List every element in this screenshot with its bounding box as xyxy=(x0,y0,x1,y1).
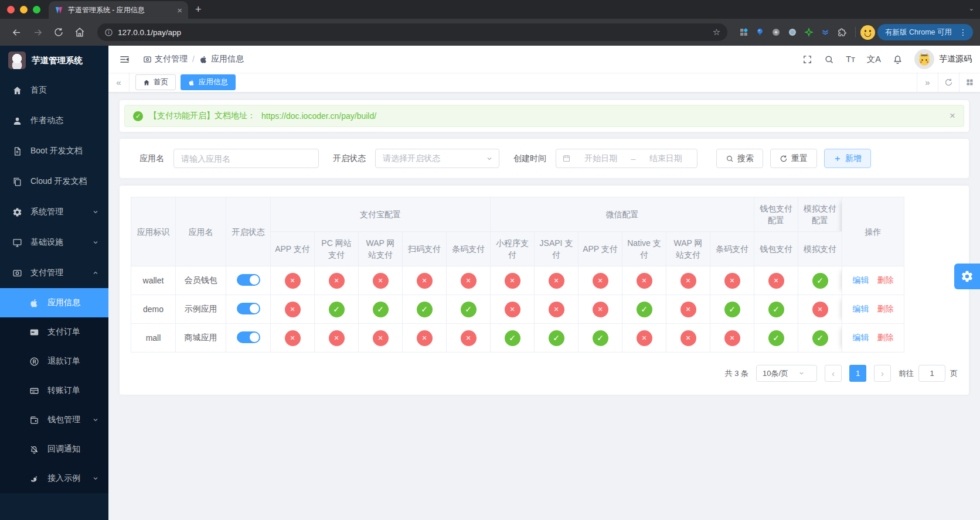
edit-link[interactable]: 编辑 xyxy=(853,304,869,313)
tags-scroll-right-icon[interactable]: » xyxy=(917,73,938,92)
sidebar-item-transfer-order[interactable]: 转账订单 xyxy=(0,376,108,405)
sub-header: 条码支付 xyxy=(447,232,491,266)
forward-icon[interactable] xyxy=(28,23,47,42)
channel-status-icon: ✓ xyxy=(373,302,389,317)
extension-icon-1[interactable] xyxy=(739,28,748,37)
sub-header: APP 支付 xyxy=(579,232,622,266)
breadcrumb-separator: / xyxy=(192,54,195,64)
window-close-button[interactable] xyxy=(7,6,15,13)
reload-icon[interactable] xyxy=(49,23,68,42)
browser-menu-icon[interactable]: ⋮ xyxy=(957,28,969,37)
page-number-1[interactable]: 1 xyxy=(849,365,866,382)
address-bar[interactable]: 127.0.0.1/pay/app ☆ xyxy=(97,23,727,41)
browser-profile-avatar[interactable] xyxy=(860,25,875,40)
notification-bell-icon[interactable] xyxy=(893,54,903,64)
reset-button[interactable]: 重置 xyxy=(770,149,817,168)
goto-suffix: 页 xyxy=(950,368,958,379)
site-info-icon[interactable] xyxy=(104,28,113,37)
tags-layout-grid-icon[interactable] xyxy=(959,73,980,92)
new-tab-button[interactable]: + xyxy=(195,4,202,16)
sidebar-item-pay-order[interactable]: 支付订单 xyxy=(0,317,108,347)
fullscreen-icon[interactable] xyxy=(802,54,812,64)
window-zoom-button[interactable] xyxy=(33,6,40,13)
delete-link[interactable]: 删除 xyxy=(877,333,894,342)
extension-icon-4[interactable] xyxy=(788,28,797,37)
search-button[interactable]: 搜索 xyxy=(716,149,763,168)
sidebar-item-infra[interactable]: 基础设施 xyxy=(0,227,108,258)
delete-link[interactable]: 删除 xyxy=(877,275,894,285)
sidebar-item-app-info[interactable]: 应用信息 xyxy=(0,288,108,317)
sub-header: WAP 网站支付 xyxy=(359,232,403,266)
tag-home[interactable]: 首页 xyxy=(135,74,176,90)
extension-icon-2[interactable] xyxy=(756,28,764,37)
url-text[interactable]: 127.0.0.1/pay/app xyxy=(118,28,708,37)
extension-icon-6[interactable] xyxy=(821,28,830,37)
search-icon xyxy=(726,155,734,163)
app-table: 应用标识 应用名 开启状态 支付宝配置 微信配置 钱包支付配置 模拟支付配置 操… xyxy=(131,197,904,353)
tab-search-icon[interactable]: ⌄ xyxy=(969,5,974,12)
date-range-picker[interactable]: 开始日期 – 结束日期 xyxy=(556,149,697,168)
channel-status-icon: ✓ xyxy=(329,302,345,317)
locale-icon[interactable]: 文A xyxy=(867,54,881,65)
tab-close-icon[interactable]: × xyxy=(177,6,182,15)
sidebar-item-author[interactable]: 作者动态 xyxy=(0,105,108,136)
app-logo[interactable]: 芋道管理系统 xyxy=(0,46,108,75)
create-button[interactable]: 新增 xyxy=(824,149,871,168)
channel-status-icon: × xyxy=(285,302,301,317)
goto-page-input[interactable] xyxy=(918,365,945,382)
extension-icon-5[interactable] xyxy=(804,28,814,37)
app-id-cell: mall xyxy=(131,324,176,353)
breadcrumb: 支付管理 / 应用信息 xyxy=(143,54,244,64)
browser-tab[interactable]: 芋道管理系统 - 应用信息 × xyxy=(49,1,188,19)
user-menu[interactable]: 芋道源码 xyxy=(914,49,972,69)
tag-app-info[interactable]: 应用信息 xyxy=(181,74,236,90)
sidebar-item-refund-order[interactable]: 退款订单 xyxy=(0,347,108,376)
theme-settings-button[interactable] xyxy=(954,264,980,289)
extensions-puzzle-icon[interactable] xyxy=(837,28,847,37)
delete-link[interactable]: 删除 xyxy=(877,304,894,313)
enabled-toggle[interactable] xyxy=(237,331,260,343)
back-icon[interactable] xyxy=(7,23,26,42)
sub-header: JSAPI 支付 xyxy=(535,232,579,266)
tags-refresh-icon[interactable] xyxy=(938,73,959,92)
prev-page-button[interactable]: ‹ xyxy=(825,365,842,382)
window-minimize-button[interactable] xyxy=(20,6,28,13)
chrome-update-button[interactable]: 有新版 Chrome 可用 ⋮ xyxy=(877,24,973,40)
page-size-select[interactable]: 10条/页 xyxy=(756,365,817,382)
extension-icon-3[interactable] xyxy=(771,28,781,37)
pagination: 共 3 条 10条/页 ‹ 1 › 前往 页 xyxy=(131,365,958,382)
font-size-icon[interactable]: Tᴛ xyxy=(846,54,855,64)
breadcrumb-pay[interactable]: 支付管理 xyxy=(143,54,188,64)
chevron-down-icon xyxy=(92,239,99,246)
channel-status-icon: ✓ xyxy=(637,302,652,317)
sidebar-item-boot-docs[interactable]: Boot 开发文档 xyxy=(0,136,108,166)
status-label: 开启状态 xyxy=(333,153,366,164)
sidebar-item-demo[interactable]: 接入示例 xyxy=(0,464,108,493)
table-row: mall 商城应用 × × × × × ✓ ✓ ✓ × × xyxy=(131,324,904,353)
sidebar-item-cloud-docs[interactable]: Cloud 开发文档 xyxy=(0,166,108,197)
home-icon[interactable] xyxy=(70,23,89,42)
collapse-menu-icon[interactable] xyxy=(117,54,132,65)
enabled-toggle[interactable] xyxy=(237,274,260,286)
next-page-button[interactable]: › xyxy=(874,365,891,382)
app-name-input[interactable] xyxy=(173,149,319,168)
enabled-toggle[interactable] xyxy=(237,303,260,314)
sidebar-item-callback[interactable]: 回调通知 xyxy=(0,435,108,464)
chevron-down-icon xyxy=(92,208,99,215)
sidebar-item-pay[interactable]: 支付管理 xyxy=(0,258,108,288)
edit-link[interactable]: 编辑 xyxy=(853,275,869,285)
sidebar-item-wallet[interactable]: 钱包管理 xyxy=(0,405,108,435)
edit-link[interactable]: 编辑 xyxy=(853,333,869,342)
search-icon[interactable] xyxy=(824,54,834,64)
alert-doc-link[interactable]: https://doc.iocoder.cn/pay/build/ xyxy=(261,111,376,121)
channel-status-icon: × xyxy=(461,273,477,289)
bookmark-star-icon[interactable]: ☆ xyxy=(713,27,720,37)
status-select[interactable]: 请选择开启状态 xyxy=(375,149,499,168)
document-icon xyxy=(12,146,22,156)
sidebar-item-home[interactable]: 首页 xyxy=(0,75,108,105)
tags-scroll-left-icon[interactable]: « xyxy=(108,73,130,92)
sub-header: PC 网站支付 xyxy=(315,232,359,266)
alert-close-icon[interactable]: × xyxy=(950,110,955,122)
registered-icon xyxy=(29,357,39,367)
sidebar-item-system[interactable]: 系统管理 xyxy=(0,197,108,227)
